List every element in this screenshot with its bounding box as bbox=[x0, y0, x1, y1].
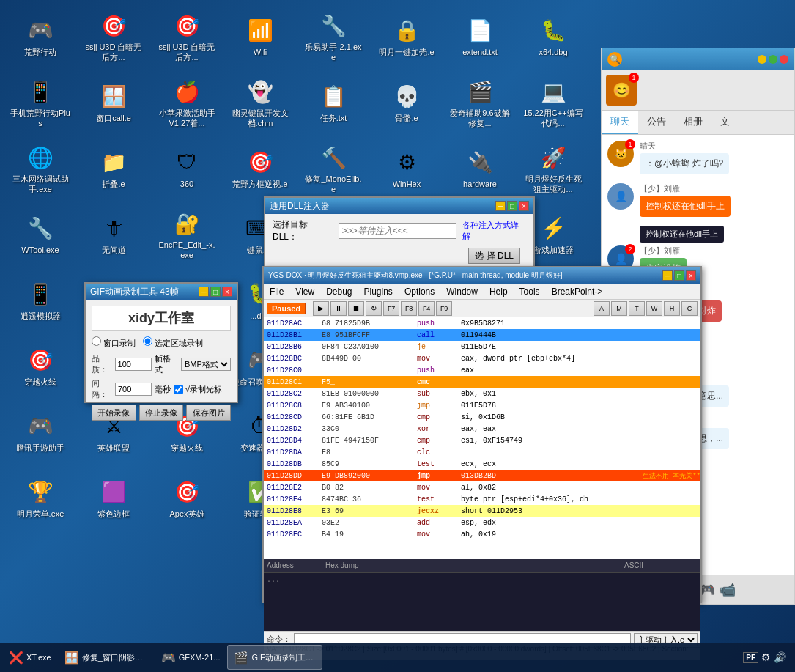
dll-maximize-btn[interactable]: □ bbox=[507, 201, 517, 211]
qq-tab-album[interactable]: 相册 bbox=[675, 111, 711, 134]
menu-help[interactable]: Help bbox=[484, 285, 514, 298]
icon-x64dbg[interactable]: 🐛 x64.dbg bbox=[520, 7, 586, 66]
toolbar-btn-step-into[interactable]: F7 bbox=[383, 301, 399, 316]
icon-winhex[interactable]: ⚙ WinHex bbox=[374, 139, 440, 198]
menu-debug[interactable]: Debug bbox=[320, 285, 358, 298]
menu-breakpoint[interactable]: BreakPoint-> bbox=[546, 285, 609, 298]
toolbar-btn-w[interactable]: W bbox=[646, 301, 662, 316]
dll-close-btn[interactable]: × bbox=[519, 201, 529, 211]
toolbar-btn-step-over[interactable]: F8 bbox=[401, 301, 417, 316]
icon-cpp-code[interactable]: 💻 15.22用C++编写代码... bbox=[520, 73, 586, 132]
icon-task[interactable]: 📋 任务.txt bbox=[300, 73, 366, 132]
debugger-minimize-btn[interactable]: ─ bbox=[662, 270, 673, 281]
toolbar-btn-m[interactable]: M bbox=[611, 301, 627, 316]
icon-wtool[interactable]: 🔧 WTool.exe bbox=[7, 205, 73, 264]
toolbar-btn-t[interactable]: T bbox=[629, 301, 645, 316]
icon-mingyue-rongdan[interactable]: 🏆 明月荣单.exe bbox=[7, 469, 73, 528]
op-10: esi, 0xF154749 bbox=[458, 437, 700, 445]
qq-title-controls bbox=[758, 55, 788, 64]
qq-minimize-btn[interactable] bbox=[758, 55, 766, 64]
taskbar-item-gfxm[interactable]: 🎮 GFXM-21... bbox=[155, 645, 226, 670]
gif-quality-input[interactable] bbox=[115, 358, 152, 371]
gif-maximize-btn[interactable]: □ bbox=[210, 287, 221, 297]
icon-ghost-dev[interactable]: 👻 幽灵键鼠开发文档.chm bbox=[227, 73, 293, 132]
icon-crossfire[interactable]: 🎯 穿越火线 bbox=[7, 337, 73, 396]
taskbar-item-repair[interactable]: 🪟 修复_窗口阴影模块.e bbox=[59, 645, 154, 670]
icon-phone-huanye[interactable]: 📱 手机荒野行动Plus bbox=[7, 73, 73, 132]
mnem-8: cmp bbox=[414, 413, 458, 421]
icon-leyizhushou[interactable]: 🔧 乐易助手 2.1.exe bbox=[300, 7, 366, 66]
debugger-close-btn[interactable]: × bbox=[686, 270, 696, 281]
icon-wifi[interactable]: 📶 Wifi bbox=[227, 7, 293, 66]
icon-apple[interactable]: 🍎 小苹果激活助手V1.27着... bbox=[154, 73, 220, 132]
icon-aiqiyi[interactable]: 🎬 爱奇辅助9.6破解修复... bbox=[447, 73, 513, 132]
gif-window-record-radio[interactable] bbox=[92, 336, 101, 346]
icon-mingyue-drive[interactable]: 🚀 明月煜好反生死狙主驱动... bbox=[520, 139, 586, 198]
icon-mumu[interactable]: 📱 逍遥模拟器 bbox=[7, 271, 73, 330]
gif-start-btn[interactable]: 开始录像 bbox=[92, 405, 136, 421]
toolbar-btn-4[interactable]: ↻ bbox=[366, 301, 382, 316]
dll-select-btn[interactable]: 选 择 DLL bbox=[468, 248, 520, 264]
toolbar-btn-a[interactable]: A bbox=[594, 301, 610, 316]
icon-skeleton[interactable]: 💀 骨骼.e bbox=[374, 73, 440, 132]
qq-maximize-btn[interactable] bbox=[769, 55, 777, 64]
toolbar-btn-c[interactable]: C bbox=[681, 301, 698, 316]
icon-hardware[interactable]: 🔌 hardware bbox=[447, 139, 513, 198]
dll-minimize-btn[interactable]: ─ bbox=[495, 201, 506, 211]
gif-title: GIF动画录制工具 43帧 bbox=[90, 286, 179, 298]
gif-interval-row: 间隔： 毫秒 √录制光标 bbox=[92, 378, 231, 400]
icon-tencent-mobile[interactable]: 🎮 腾讯手游助手 bbox=[7, 403, 73, 462]
gif-stop-btn[interactable]: 停止录像 bbox=[139, 405, 184, 421]
debugger-maximize-btn[interactable]: □ bbox=[674, 270, 684, 281]
gif-cursor-checkbox[interactable] bbox=[174, 385, 183, 394]
gif-save-btn[interactable]: 保存图片 bbox=[186, 405, 231, 421]
toolbar-btn-3[interactable]: ⏹ bbox=[348, 301, 364, 316]
icon-荒野行动[interactable]: 🎮 荒野行动 bbox=[7, 7, 73, 66]
dll-help-link[interactable]: 各种注入方式详解 bbox=[462, 220, 526, 242]
tray-icon-settings[interactable]: ⚙ bbox=[761, 651, 771, 663]
qq-close-btn[interactable] bbox=[780, 55, 788, 64]
menu-options[interactable]: Options bbox=[399, 285, 440, 298]
dll-injector-window: 通用DLL注入器 ─ □ × 选择目标DLL： 各种注入方式详解 选 择 DLL bbox=[264, 196, 535, 270]
gif-close-btn[interactable]: × bbox=[222, 287, 232, 297]
icon-repair-mono[interactable]: 🔨 修复_MonoElib.e bbox=[300, 139, 366, 198]
menu-tools[interactable]: Tools bbox=[514, 285, 546, 298]
qq-tab-notice[interactable]: 公告 bbox=[638, 111, 675, 134]
gif-minimize-btn[interactable]: ─ bbox=[199, 287, 209, 297]
hex-dump-row-1: ... bbox=[267, 576, 698, 584]
icon-encpe[interactable]: 🔐 EncPE_Edit_-x.exe bbox=[154, 205, 220, 264]
icon-fold[interactable]: 📁 折叠.e bbox=[81, 139, 147, 198]
code-row-1[interactable]: 011D28B1 E8 951BFCFF call 0119444B bbox=[264, 329, 700, 341]
toolbar-btn-2[interactable]: ⏸ bbox=[330, 301, 347, 316]
icon-purple-border[interactable]: 🟪 紫色边框 bbox=[81, 469, 147, 528]
menu-window[interactable]: Window bbox=[440, 285, 484, 298]
icon-mingyue[interactable]: 🔒 明月一键加壳.e bbox=[374, 7, 440, 66]
dll-path-input[interactable] bbox=[339, 223, 456, 239]
icon-sanmu[interactable]: 🌐 三木网络调试助手.exe bbox=[7, 139, 73, 198]
toolbar-btn-execute-till-ret[interactable]: F9 bbox=[436, 301, 452, 316]
toolbar-btn-run-to-cursor[interactable]: F4 bbox=[418, 301, 435, 316]
icon-ssjj-2[interactable]: 🎯 ssjj U3D 自暗无后方... bbox=[154, 7, 220, 66]
gif-interval-input[interactable] bbox=[115, 383, 152, 396]
icon-ssjj-1[interactable]: 🎯 ssjj U3D 自暗无后方... bbox=[81, 7, 147, 66]
gif-area-record-radio[interactable] bbox=[143, 336, 152, 346]
menu-view[interactable]: View bbox=[289, 285, 320, 298]
taskbar-item-gif[interactable]: 🎬 GIF动画录制工具.exe bbox=[227, 645, 322, 670]
tray-icon-sound[interactable]: 🔊 bbox=[774, 651, 786, 663]
code-row-11: 011D28DA F8 clc bbox=[264, 446, 700, 458]
menu-plugins[interactable]: Plugins bbox=[358, 285, 399, 298]
icon-huanye-box[interactable]: 🎯 荒野方框逆视.e bbox=[227, 139, 293, 198]
icon-360[interactable]: 🛡 360 bbox=[154, 139, 220, 198]
gif-format-select[interactable]: BMP格式 bbox=[181, 358, 231, 371]
icon-window-call[interactable]: 🪟 窗口call.e bbox=[81, 73, 147, 132]
qq-tab-chat[interactable]: 聊天 bbox=[602, 111, 638, 134]
menu-file[interactable]: File bbox=[264, 285, 289, 298]
icon-wujiandao[interactable]: 🗡 无间道 bbox=[81, 205, 147, 264]
toolbar-btn-1[interactable]: ▶ bbox=[313, 301, 329, 316]
icon-extend[interactable]: 📄 extend.txt bbox=[447, 7, 513, 66]
qq-video-icon[interactable]: 📹 bbox=[720, 582, 736, 598]
taskbar-item-xt[interactable]: ❌ XT.exe bbox=[3, 645, 57, 670]
icon-apex[interactable]: 🎯 Apex英雄 bbox=[154, 469, 220, 528]
qq-tab-text[interactable]: 文 bbox=[711, 111, 739, 134]
toolbar-btn-h[interactable]: H bbox=[664, 301, 680, 316]
